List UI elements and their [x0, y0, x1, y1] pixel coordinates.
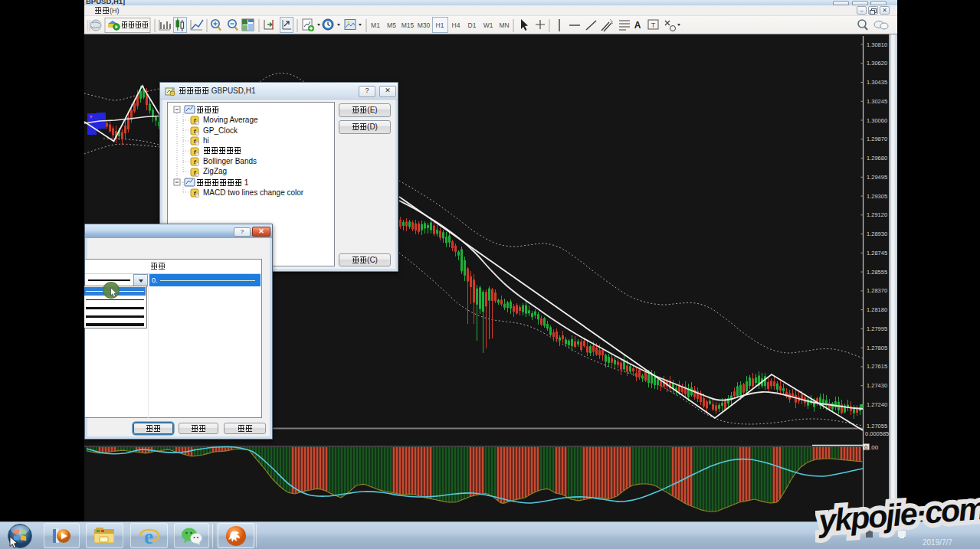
svg-text:1.28930: 1.28930	[867, 230, 887, 237]
svg-text:M1: M1	[371, 21, 380, 29]
svg-text:H4: H4	[452, 21, 461, 29]
svg-text:1.29870: 1.29870	[867, 136, 887, 142]
svg-text:1.29120: 1.29120	[867, 211, 887, 218]
svg-text:H1: H1	[436, 21, 444, 29]
svg-text:1.28180: 1.28180	[867, 306, 887, 313]
svg-text:1.30245: 1.30245	[867, 98, 887, 105]
svg-text:1.27430: 1.27430	[867, 382, 887, 389]
svg-text:D1: D1	[468, 21, 477, 29]
svg-text:0.000585: 0.000585	[865, 430, 889, 437]
svg-text:1.27805: 1.27805	[867, 345, 887, 351]
svg-text:M5: M5	[387, 21, 396, 29]
svg-text:1.27995: 1.27995	[867, 325, 887, 332]
svg-text:1.30810: 1.30810	[867, 41, 887, 48]
svg-text:e: e	[144, 525, 153, 547]
svg-text:1.27240: 1.27240	[867, 401, 887, 408]
svg-text:1.28555: 1.28555	[867, 269, 887, 276]
svg-text:M15: M15	[402, 21, 415, 29]
svg-text:1.30060: 1.30060	[867, 117, 887, 124]
svg-text:1.30620: 1.30620	[867, 60, 887, 67]
svg-text:A: A	[634, 20, 641, 31]
svg-text:1.29680: 1.29680	[867, 155, 887, 162]
svg-text:0: 0	[864, 444, 868, 451]
svg-text:1.28370: 1.28370	[867, 287, 887, 294]
svg-text:ykpojie·com: ykpojie·com	[816, 491, 980, 539]
svg-text:1.29495: 1.29495	[867, 174, 887, 181]
svg-text:1.30435: 1.30435	[867, 79, 887, 86]
svg-text:1.27055: 1.27055	[867, 423, 887, 430]
svg-text:MN: MN	[499, 21, 509, 29]
svg-text:1.28745: 1.28745	[867, 250, 887, 257]
svg-text:1.29305: 1.29305	[867, 193, 887, 200]
svg-text:M30: M30	[418, 21, 431, 29]
svg-text:1.27615: 1.27615	[867, 363, 887, 370]
svg-text:T: T	[651, 21, 656, 29]
svg-text:.00: .00	[870, 444, 879, 451]
svg-text:W1: W1	[483, 21, 493, 29]
